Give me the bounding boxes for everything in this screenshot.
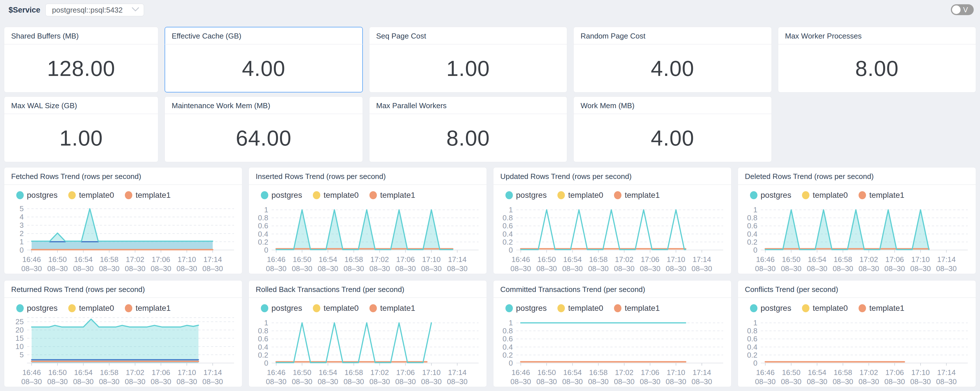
svg-text:08–30: 08–30 [73, 264, 94, 273]
svg-text:16:46: 16:46 [511, 368, 530, 377]
svg-text:08–30: 08–30 [344, 264, 364, 273]
svg-text:16:54: 16:54 [318, 368, 337, 377]
stat-card[interactable]: Work Mem (MB)4.00 [573, 97, 772, 162]
svg-text:0.6: 0.6 [747, 222, 757, 230]
stat-card-body: 4.00 [165, 44, 363, 92]
legend-dot-icon [125, 304, 132, 312]
legend-item-template0[interactable]: template0 [68, 304, 114, 313]
svg-text:17:02: 17:02 [615, 255, 633, 264]
legend-item-postgres[interactable]: postgres [506, 191, 547, 200]
legend-item-template0[interactable]: template0 [557, 191, 603, 200]
legend-item-template1[interactable]: template1 [614, 191, 660, 200]
svg-text:0.6: 0.6 [258, 222, 268, 230]
svg-text:0: 0 [264, 359, 268, 367]
svg-text:0: 0 [753, 246, 757, 254]
legend-item-template1[interactable]: template1 [369, 191, 415, 200]
stat-card[interactable]: Effective Cache (GB)4.00 [165, 27, 363, 92]
svg-text:16:54: 16:54 [808, 255, 826, 264]
svg-text:08–30: 08–30 [562, 377, 583, 386]
stat-card[interactable]: Maintenance Work Mem (MB)64.00 [165, 97, 363, 162]
chart-title: Rolled Back Transactions Trend (per seco… [249, 280, 487, 298]
stat-card[interactable]: Random Page Cost4.00 [573, 27, 772, 92]
svg-text:0: 0 [19, 246, 24, 254]
svg-text:08–30: 08–30 [318, 264, 338, 273]
stat-card[interactable]: Shared Buffers (MB)128.00 [4, 27, 158, 92]
svg-text:17:02: 17:02 [859, 368, 878, 377]
svg-text:16:58: 16:58 [100, 368, 119, 377]
stat-card-body: 8.00 [778, 44, 976, 92]
legend-item-template1[interactable]: template1 [125, 191, 170, 200]
stat-card[interactable]: Seq Page Cost1.00 [369, 27, 568, 92]
svg-text:16:58: 16:58 [100, 255, 119, 264]
svg-text:17:02: 17:02 [370, 368, 389, 377]
legend-label: template1 [869, 191, 904, 200]
legend-item-template0[interactable]: template0 [557, 304, 603, 313]
svg-text:08–30: 08–30 [691, 264, 712, 273]
legend-item-template0[interactable]: template0 [313, 191, 359, 200]
chart-plot[interactable]: 00.20.40.60.8116:4608–3016:5008–3016:540… [738, 201, 976, 273]
legend-label: template0 [79, 304, 114, 313]
view-toggle[interactable]: V [951, 4, 974, 15]
svg-text:08–30: 08–30 [447, 377, 468, 386]
svg-text:0.4: 0.4 [258, 230, 268, 238]
svg-text:4: 4 [19, 213, 24, 221]
legend-label: postgres [27, 191, 57, 200]
legend-item-postgres[interactable]: postgres [750, 191, 791, 200]
legend-item-template0[interactable]: template0 [802, 191, 848, 200]
svg-text:16:54: 16:54 [74, 255, 92, 264]
x-axis: 16:4608–3016:5008–3016:5408–3016:5808–30… [755, 250, 968, 273]
svg-text:17:06: 17:06 [641, 255, 659, 264]
legend-dot-icon [313, 304, 320, 312]
chart-plot[interactable]: 00.20.40.60.8116:4608–3016:5008–3016:540… [249, 201, 487, 273]
legend-item-template0[interactable]: template0 [313, 304, 359, 313]
stat-card[interactable]: Max Worker Processes8.00 [778, 27, 976, 92]
legend-item-postgres[interactable]: postgres [261, 304, 302, 313]
series-lines [521, 210, 686, 249]
legend-dot-icon [614, 191, 621, 199]
chart-plot[interactable]: 00.20.40.60.8116:4608–3016:5008–3016:540… [738, 315, 976, 386]
stat-card-title: Max WAL Size (GB) [4, 97, 158, 114]
legend-item-template1[interactable]: template1 [859, 304, 904, 313]
svg-text:08–30: 08–30 [562, 264, 583, 273]
legend-item-template1[interactable]: template1 [859, 191, 904, 200]
chart-title: Conflicts Trend (per second) [738, 280, 976, 298]
stat-card-body: 4.00 [574, 114, 772, 162]
legend-item-postgres[interactable]: postgres [16, 304, 57, 313]
legend-item-postgres[interactable]: postgres [16, 191, 57, 200]
svg-text:0: 0 [753, 359, 757, 367]
service-select[interactable]: postgresql::psql:5432 [45, 4, 144, 16]
svg-text:5: 5 [19, 204, 24, 213]
svg-text:08–30: 08–30 [755, 377, 776, 386]
svg-text:16:46: 16:46 [756, 368, 775, 377]
svg-text:08–30: 08–30 [614, 377, 635, 386]
svg-text:17:14: 17:14 [692, 255, 711, 264]
chart-title: Returned Rows Trend (rows per second) [4, 280, 242, 298]
stat-card[interactable]: Max Parallel Workers8.00 [369, 97, 568, 162]
svg-text:17:10: 17:10 [422, 255, 441, 264]
svg-text:08–30: 08–30 [47, 377, 68, 386]
chart-card: Updated Rows Trend (rows per second)post… [493, 167, 732, 274]
svg-text:08–30: 08–30 [884, 377, 905, 386]
chart-plot[interactable]: 51015202516:4608–3016:5008–3016:5408–301… [4, 315, 242, 386]
svg-text:1: 1 [509, 206, 512, 214]
legend-item-template1[interactable]: template1 [369, 304, 415, 313]
svg-text:08–30: 08–30 [588, 377, 609, 386]
chart-plot[interactable]: 01234516:4608–3016:5008–3016:5408–3016:5… [4, 201, 242, 273]
chart-plot[interactable]: 00.20.40.60.8116:4608–3016:5008–3016:540… [249, 315, 487, 386]
legend-item-postgres[interactable]: postgres [750, 304, 791, 313]
legend-item-template0[interactable]: template0 [68, 191, 114, 200]
legend-item-postgres[interactable]: postgres [506, 304, 547, 313]
svg-text:0: 0 [264, 246, 268, 254]
svg-text:08–30: 08–30 [99, 377, 119, 386]
legend-item-template1[interactable]: template1 [125, 304, 170, 313]
series-lines [276, 323, 431, 363]
chart-plot[interactable]: 00.20.40.60.8116:4608–3016:5008–3016:540… [493, 315, 731, 386]
svg-text:16:46: 16:46 [267, 255, 285, 264]
stat-card[interactable]: Max WAL Size (GB)1.00 [4, 97, 158, 162]
legend-item-postgres[interactable]: postgres [261, 191, 302, 200]
svg-text:08–30: 08–30 [640, 377, 660, 386]
legend-item-template1[interactable]: template1 [614, 304, 660, 313]
stat-card-title: Shared Buffers (MB) [4, 27, 158, 44]
chart-plot[interactable]: 00.20.40.60.8116:4608–3016:5008–3016:540… [493, 201, 731, 273]
legend-item-template0[interactable]: template0 [802, 304, 848, 313]
